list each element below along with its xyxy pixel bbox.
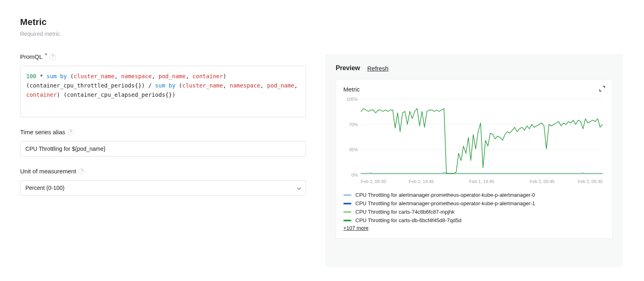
- chart-card: Metric 0%35%70%105% Feb 1, 09:30Feb 1, 1…: [336, 79, 613, 239]
- preview-header: Preview Refresh: [336, 65, 613, 72]
- promql-label-row: PromQL * ?: [20, 53, 306, 60]
- legend-item: CPU Throttling for carts-74c8b6fc87-mpjh…: [343, 209, 605, 215]
- page-root: Metric Required metric. PromQL * ? 100 *…: [0, 0, 644, 281]
- chart-title: Metric: [343, 86, 360, 93]
- alias-label: Time series alias: [20, 129, 65, 135]
- chart-legend: CPU Throttling for alertmanager-promethe…: [343, 192, 605, 223]
- legend-swatch: [343, 220, 351, 221]
- x-tick-label: Feb 1, 09:30: [361, 179, 386, 184]
- preview-title: Preview: [336, 65, 360, 72]
- alias-label-row: Time series alias ?: [20, 129, 306, 135]
- y-tick-label: 70%: [343, 122, 358, 127]
- legend-swatch: [343, 194, 351, 196]
- chart-x-axis: Feb 1, 09:30Feb 1, 14:45Feb 1, 19:45Feb …: [343, 179, 604, 185]
- help-icon[interactable]: ?: [78, 168, 85, 175]
- expand-icon[interactable]: [599, 86, 605, 93]
- legend-label: CPU Throttling for carts-74c8b6fc87-mpjh…: [355, 209, 454, 215]
- x-tick-label: Feb 1, 14:45: [409, 179, 434, 184]
- chart-plot: 0%35%70%105%: [343, 97, 604, 177]
- y-tick-label: 105%: [343, 97, 358, 102]
- x-tick-label: Feb 2, 00:45: [530, 179, 555, 184]
- legend-label: CPU Throttling for carts-db-6bcf4f45d8-7…: [355, 217, 462, 223]
- unit-select-wrap: [20, 180, 306, 196]
- legend-label: CPU Throttling for alertmanager-promethe…: [355, 192, 535, 198]
- legend-item: CPU Throttling for alertmanager-promethe…: [343, 192, 605, 198]
- page-subtitle: Required metric.: [20, 31, 306, 37]
- help-icon[interactable]: ?: [50, 54, 56, 60]
- form-column: Metric Required metric. PromQL * ? 100 *…: [20, 17, 306, 196]
- required-star: *: [45, 52, 47, 58]
- y-tick-label: 0%: [343, 173, 358, 177]
- page-title: Metric: [20, 17, 306, 27]
- unit-label: Unit of measurement: [20, 168, 76, 175]
- legend-item: CPU Throttling for alertmanager-promethe…: [343, 200, 605, 206]
- promql-editor[interactable]: 100 * sum by (cluster_name, namespace, p…: [20, 66, 306, 117]
- refresh-link[interactable]: Refresh: [367, 65, 388, 72]
- legend-more-link[interactable]: +107 more: [343, 225, 369, 231]
- promql-label: PromQL: [20, 53, 43, 60]
- x-tick-label: Feb 1, 19:45: [469, 179, 494, 184]
- metric-card: Metric Required metric. PromQL * ? 100 *…: [10, 2, 634, 277]
- preview-panel: Preview Refresh Metric 0%35%70%105% Feb …: [325, 54, 623, 267]
- unit-select[interactable]: [20, 180, 306, 196]
- help-icon[interactable]: ?: [68, 129, 74, 135]
- x-tick-label: Feb 2, 09:30: [578, 179, 603, 184]
- chart-header: Metric: [343, 86, 605, 93]
- legend-label: CPU Throttling for alertmanager-promethe…: [355, 200, 535, 206]
- alias-input[interactable]: [20, 141, 306, 156]
- legend-swatch: [343, 211, 351, 213]
- legend-swatch: [343, 203, 351, 204]
- unit-label-row: Unit of measurement ?: [20, 168, 306, 175]
- y-tick-label: 35%: [343, 147, 358, 152]
- legend-item: CPU Throttling for carts-db-6bcf4f45d8-7…: [343, 217, 605, 223]
